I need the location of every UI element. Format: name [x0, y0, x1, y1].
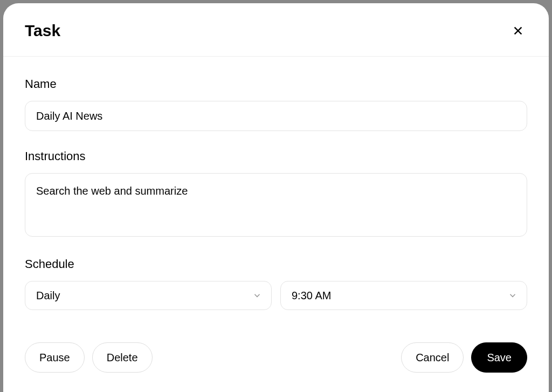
instructions-input[interactable] — [25, 173, 527, 237]
save-button[interactable]: Save — [471, 342, 527, 373]
pause-button[interactable]: Pause — [25, 342, 85, 373]
close-icon — [512, 25, 524, 37]
footer-left-actions: Pause Delete — [25, 342, 153, 373]
frequency-select[interactable]: Daily — [25, 281, 272, 310]
schedule-field-group: Schedule Daily 9:30 AM — [25, 257, 527, 310]
modal-footer: Pause Delete Cancel Save — [3, 327, 549, 392]
name-input[interactable] — [25, 101, 527, 131]
cancel-button[interactable]: Cancel — [401, 342, 464, 373]
name-field-group: Name — [25, 77, 527, 131]
time-select-wrap: 9:30 AM — [280, 281, 527, 310]
name-label: Name — [25, 77, 527, 91]
time-select[interactable]: 9:30 AM — [280, 281, 527, 310]
footer-right-actions: Cancel Save — [401, 342, 527, 373]
modal-header: Task — [3, 3, 549, 57]
instructions-field-group: Instructions — [25, 149, 527, 239]
modal-title: Task — [25, 22, 60, 40]
modal-body: Name Instructions Schedule Daily 9:30 AM — [3, 57, 549, 327]
frequency-select-wrap: Daily — [25, 281, 272, 310]
instructions-label: Instructions — [25, 149, 527, 163]
task-modal: Task Name Instructions Schedule Daily — [3, 3, 549, 392]
close-button[interactable] — [509, 22, 527, 40]
delete-button[interactable]: Delete — [92, 342, 153, 373]
schedule-row: Daily 9:30 AM — [25, 281, 527, 310]
schedule-label: Schedule — [25, 257, 527, 271]
